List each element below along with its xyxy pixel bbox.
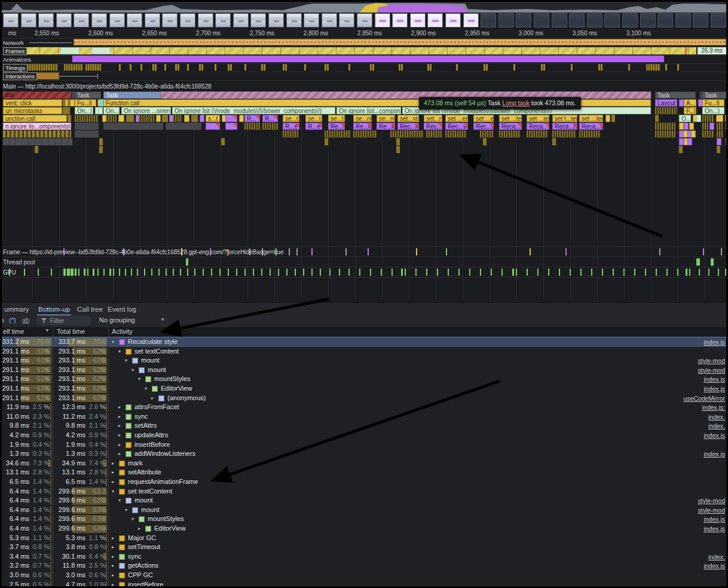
expand-arrow-closed[interactable]: ▸ (118, 431, 121, 440)
flame-tick[interactable] (611, 115, 615, 122)
animations-bar[interactable] (72, 56, 664, 62)
flame-bar[interactable]: s...t (206, 115, 220, 122)
network-requests-bar[interactable] (74, 39, 726, 45)
expand-arrow-closed[interactable]: ▸ (138, 524, 140, 534)
source-link[interactable]: index.js (703, 338, 725, 348)
expand-arrow-closed[interactable]: ▸ (112, 468, 114, 477)
self-time-header[interactable]: elf time (3, 328, 24, 335)
expand-arrow-closed[interactable]: ▸ (112, 477, 114, 487)
table-row[interactable]: 3.7 ms0.8 %3.8 ms0.8 %▸setTimeout (2, 543, 726, 552)
flame-bar[interactable]: On...) (103, 107, 120, 114)
frame-track[interactable]: Frame — https://id-preview--bd53fd9d-728… (2, 247, 726, 257)
flame-bar[interactable]: se...t (328, 115, 345, 122)
flame-bar[interactable]: set...nt (397, 115, 419, 122)
flame-bar[interactable]: Re...le (377, 123, 395, 130)
source-link[interactable]: index.js (703, 562, 725, 571)
grouping-select[interactable]: No grouping (99, 316, 135, 324)
flame-bar[interactable]: Rec...le (424, 123, 442, 130)
expand-arrow-closed[interactable]: ▸ (118, 440, 121, 450)
flame-tick[interactable] (717, 123, 723, 130)
chevron-down-icon[interactable]: ▼ (160, 317, 165, 322)
source-link[interactable]: index.js (703, 450, 725, 459)
tab-event-log[interactable]: Event log (105, 303, 139, 316)
column-divider[interactable] (53, 327, 53, 586)
expand-arrow-open[interactable]: ▾ (131, 365, 134, 375)
filmstrip-thumbnail[interactable] (534, 13, 549, 28)
flame-tick[interactable] (99, 146, 103, 153)
filmstrip-thumbnail[interactable] (657, 13, 673, 28)
flame-tick[interactable] (166, 123, 201, 130)
filmstrip-thumbnail[interactable] (145, 13, 160, 28)
flame-bar[interactable]: Reca...yle (579, 123, 603, 130)
table-row[interactable]: 6.4 ms1.4 %299.6 ms63.3 %▾mountStylesind… (2, 514, 726, 524)
flame-tick[interactable] (191, 115, 198, 122)
flame-tick[interactable] (3, 130, 71, 138)
source-link[interactable]: index.js: (702, 403, 725, 413)
flame-tick[interactable] (702, 123, 708, 130)
flame-bar[interactable]: Rec...yle (473, 123, 494, 130)
flame-bar[interactable]: Re...e (328, 123, 345, 130)
flame-bar[interactable]: n ignore lis...omponents\/) (3, 123, 71, 130)
expand-arrow-open[interactable]: ▾ (112, 337, 114, 347)
source-link[interactable]: index.js (703, 431, 725, 441)
tab-ummary[interactable]: ummary (2, 303, 32, 316)
flame-tick[interactable] (75, 130, 99, 138)
flame-bar[interactable]: Reca...yle (527, 123, 549, 130)
flame-bar[interactable]: set t...tent (552, 115, 577, 122)
timings-track[interactable]: Timings (2, 63, 726, 72)
filmstrip-thumbnail[interactable] (339, 13, 354, 28)
flame-tick[interactable] (552, 130, 576, 138)
flame-tick[interactable] (499, 130, 521, 138)
flame-tick[interactable] (103, 123, 163, 130)
flame-tick[interactable] (99, 138, 103, 145)
flame-tick[interactable] (390, 130, 423, 138)
flame-tick[interactable] (480, 130, 493, 138)
gpu-track[interactable]: GPU (2, 267, 726, 278)
flame-bar[interactable]: Rec...le (397, 123, 419, 130)
table-row[interactable]: 291.1 ms61.6 %293.1 ms62.0 %▾mountstyle-… (2, 356, 726, 365)
sort-arrow-icon[interactable]: ▼ (45, 328, 50, 333)
flame-tick[interactable] (655, 107, 677, 114)
expand-arrow-closed[interactable]: ▸ (112, 543, 114, 552)
activity-header[interactable]: Activity (112, 328, 133, 335)
table-row[interactable]: 4.2 ms0.9 %4.2 ms0.9 %▸updateAttrsindex.… (2, 431, 726, 440)
flame-bar[interactable]: Re...le (353, 123, 372, 130)
flame-tick[interactable] (687, 138, 692, 145)
flame-tick[interactable] (691, 130, 696, 138)
expand-arrow-closed[interactable]: ▸ (112, 552, 114, 562)
filmstrip-thumbnail[interactable] (410, 13, 426, 28)
animations-track[interactable]: Animations (2, 55, 726, 64)
table-row[interactable]: 2.5 ms0.5 %4.7 ms1.0 %▸insertBefore (2, 580, 726, 586)
flame-bar[interactable]: unction call (3, 115, 67, 122)
flame-tick[interactable] (726, 123, 728, 130)
flame-tick[interactable] (717, 146, 720, 153)
filmstrip-thumbnail[interactable] (74, 13, 89, 28)
source-link[interactable]: index. (708, 553, 725, 562)
table-row[interactable]: 11.9 ms2.5 %12.3 ms2.6 %▸attrsFromFaceti… (2, 403, 726, 412)
flame-bar[interactable]: set ...ent (445, 115, 468, 122)
interactions-track[interactable]: Interactions (2, 72, 726, 81)
main-thread-title[interactable]: Main — http://localhost:3000/projects/bd… (3, 83, 212, 90)
flame-bar[interactable]: Task (655, 92, 696, 99)
table-row[interactable]: 3.2 ms0.7 %11.8 ms2.5 %▸getActionsindex.… (2, 561, 726, 571)
expand-arrow-open[interactable]: ▾ (125, 356, 127, 365)
flame-tick[interactable] (445, 130, 467, 138)
flame-tick[interactable] (605, 115, 610, 122)
whole-word-icon[interactable]: ab (22, 316, 29, 324)
flame-tick[interactable] (552, 138, 556, 145)
flame-tick[interactable] (139, 115, 154, 122)
filmstrip-thumbnail[interactable] (481, 13, 496, 28)
flame-tick[interactable] (118, 115, 124, 122)
source-link[interactable]: index.js (703, 375, 725, 385)
flame-tick[interactable] (717, 130, 723, 138)
flame-bar[interactable]: Task (702, 92, 728, 99)
filmstrip-thumbnail[interactable] (569, 13, 585, 28)
flame-bar[interactable]: R...e (283, 123, 299, 130)
source-link[interactable]: index. (708, 413, 725, 422)
flame-tick[interactable] (98, 107, 103, 114)
expand-arrow-open[interactable]: ▾ (118, 496, 121, 505)
expand-arrow-closed[interactable]: ▸ (112, 561, 114, 571)
flame-tick[interactable] (689, 123, 694, 130)
flame-tick[interactable] (244, 123, 260, 130)
source-link[interactable]: index.js (703, 385, 725, 394)
